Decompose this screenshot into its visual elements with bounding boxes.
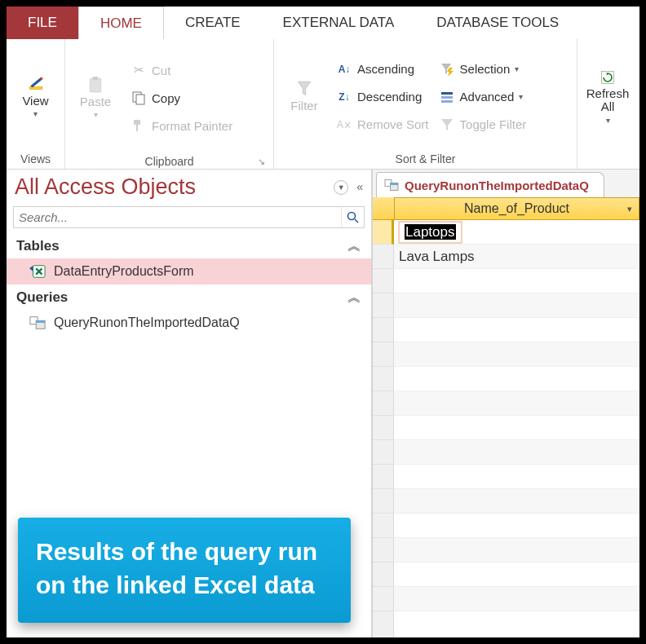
record-selector[interactable] (373, 245, 394, 269)
funnel-icon (296, 81, 312, 97)
cell-value: Laptops (405, 224, 456, 240)
record-selector-column (373, 197, 394, 637)
ruler-pencil-icon (28, 76, 44, 92)
advanced-filter-icon (439, 89, 455, 105)
tab-create[interactable]: CREATE (164, 7, 262, 39)
svg-line-13 (355, 219, 358, 223)
sort-desc-icon: Z↓ (336, 89, 352, 105)
dropdown-caret-icon: ▾ (519, 92, 523, 101)
sort-descending-button[interactable]: Z↓ Descending (333, 86, 432, 108)
table-row[interactable]: Lava Lamps (394, 245, 639, 269)
scissors-icon: ✂ (131, 62, 147, 78)
ribbon: View ▾ Views Paste ▾ ✂ Cut (7, 39, 639, 170)
select-query-icon (29, 315, 46, 331)
annotation-callout: Results of the query run on the linked E… (18, 518, 351, 623)
dialog-launcher-icon[interactable]: ↘ (70, 157, 268, 167)
cell-value: Lava Lamps (399, 249, 475, 265)
chevron-up-icon: ︽ (347, 288, 361, 307)
column-header[interactable]: Name_of_Product ▾ (394, 197, 639, 220)
svg-rect-10 (441, 100, 453, 103)
paste-label: Paste (80, 95, 111, 108)
selection-label: Selection (460, 62, 511, 76)
object-tab-label: QueryRunonTheImportedDataQ (405, 179, 589, 192)
tab-home[interactable]: HOME (78, 7, 164, 39)
nav-item-label: DataEntryProductsForm (54, 264, 194, 279)
search-icon[interactable] (341, 207, 364, 227)
svg-point-12 (347, 212, 355, 219)
format-painter-label: Format Painter (152, 119, 232, 133)
svg-point-1 (40, 77, 42, 79)
chevron-up-icon: ︽ (347, 236, 361, 255)
view-button[interactable]: View ▾ (11, 42, 60, 151)
current-record-indicator[interactable] (373, 220, 394, 245)
svg-rect-9 (441, 96, 453, 99)
filter-label: Filter (290, 99, 317, 112)
nav-menu-dropdown[interactable]: ▼ (334, 180, 348, 195)
active-cell[interactable]: Laptops (399, 222, 462, 243)
funnel-lightning-icon (439, 61, 455, 77)
queries-heading: Queries (16, 289, 68, 306)
dropdown-caret-icon: ▾ (515, 64, 519, 73)
sort-ascending-button[interactable]: A↓ Ascending (333, 58, 432, 81)
nav-item-query[interactable]: QueryRunonTheImportedDataQ (7, 310, 371, 336)
tables-heading: Tables (16, 238, 60, 254)
datasheet-area: QueryRunonTheImportedDataQ Name_of_Produ… (372, 170, 639, 637)
svg-rect-6 (134, 120, 140, 125)
navigation-pane: All Access Objects ▼ « Tables ︽ (7, 170, 372, 637)
dropdown-caret-icon: ▾ (94, 110, 98, 119)
dropdown-caret-icon: ▾ (606, 116, 610, 125)
format-painter-button[interactable]: Format Painter (127, 114, 236, 137)
svg-rect-5 (136, 95, 144, 104)
advanced-label: Advanced (460, 90, 515, 104)
copy-label: Copy (152, 91, 180, 105)
filter-button[interactable]: Filter (279, 42, 330, 151)
nav-group-tables[interactable]: Tables ︽ (7, 233, 371, 258)
remove-sort-label: Remove Sort (357, 117, 429, 131)
refresh-icon (600, 69, 616, 86)
copy-button[interactable]: Copy (127, 86, 236, 109)
tab-database-tools[interactable]: DATABASE TOOLS (415, 7, 580, 39)
collapse-nav-button[interactable]: « (356, 180, 363, 195)
clipboard-icon (87, 77, 104, 93)
svg-rect-3 (93, 77, 99, 80)
paste-button[interactable]: Paste ▾ (70, 42, 121, 153)
toggle-filter-button[interactable]: Toggle Filter (436, 113, 530, 136)
advanced-button[interactable]: Advanced ▾ (436, 86, 530, 108)
asc-label: Ascending (357, 62, 414, 76)
nav-group-queries[interactable]: Queries ︽ (7, 285, 371, 310)
toggle-filter-label: Toggle Filter (460, 117, 527, 131)
selection-button[interactable]: Selection ▾ (436, 58, 530, 81)
remove-sort-button[interactable]: A⨯ Remove Sort (333, 113, 432, 136)
svg-rect-7 (136, 125, 138, 131)
search-input[interactable] (14, 207, 341, 227)
copy-icon (131, 90, 147, 106)
linked-excel-table-icon (29, 263, 46, 280)
paintbrush-icon (131, 117, 147, 134)
desc-label: Descending (357, 90, 422, 104)
refresh-label: Refresh All (586, 87, 630, 114)
cut-label: Cut (152, 64, 170, 77)
view-label: View (22, 94, 48, 108)
svg-rect-2 (90, 78, 100, 92)
object-tab-query[interactable]: QueryRunonTheImportedDataQ (376, 172, 604, 197)
sort-asc-icon: A↓ (336, 61, 352, 77)
group-label-views: Views (11, 151, 60, 167)
nav-item-label: QueryRunonTheImportedDataQ (54, 315, 240, 330)
ribbon-tabs: FILE HOME CREATE EXTERNAL DATA DATABASE … (7, 7, 639, 39)
column-filter-dropdown[interactable]: ▾ (627, 204, 632, 214)
group-label-sort-filter: Sort & Filter (279, 151, 572, 167)
tab-external-data[interactable]: EXTERNAL DATA (262, 7, 416, 39)
table-row[interactable]: Laptops (394, 220, 639, 245)
refresh-all-button[interactable]: Refresh All ▾ (582, 42, 633, 151)
column-header-label: Name_of_Product (464, 201, 569, 216)
svg-rect-20 (390, 183, 398, 185)
nav-title: All Access Objects (15, 174, 196, 200)
cut-button[interactable]: ✂ Cut (127, 59, 236, 82)
dropdown-caret-icon: ▾ (33, 109, 38, 118)
svg-rect-8 (441, 92, 453, 95)
select-query-icon (383, 177, 400, 193)
funnel-icon (439, 117, 455, 133)
datasheet-rows: Laptops Lava Lamps (394, 220, 639, 637)
tab-file[interactable]: FILE (7, 7, 78, 39)
nav-item-table[interactable]: DataEntryProductsForm (7, 258, 371, 285)
